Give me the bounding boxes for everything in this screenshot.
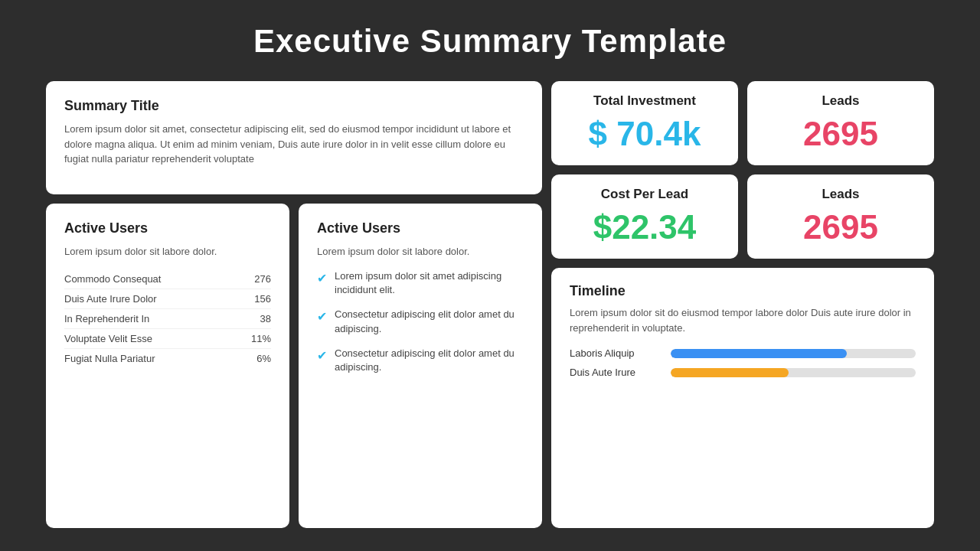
row-label: Commodo Consequat xyxy=(64,273,161,285)
active-users-1-table: Commodo Consequat276Duis Aute Irure Dolo… xyxy=(64,269,271,368)
timeline-desc: Lorem ipsum dolor sit do eiusmod tempor … xyxy=(570,305,916,335)
leads-2-title: Leads xyxy=(822,187,859,202)
checkmark-icon: ✔ xyxy=(317,308,327,325)
left-section: Summary Title Lorem ipsum dolor sit amet… xyxy=(46,81,542,528)
check-item: ✔Consectetur adipiscing elit dolor amet … xyxy=(317,308,524,335)
bottom-left-row: Active Users Lorem ipsum dolor sit labor… xyxy=(46,204,542,529)
table-row: Duis Aute Irure Dolor156 xyxy=(64,289,271,309)
check-item: ✔Consectetur adipiscing elit dolor amet … xyxy=(317,347,524,374)
active-users-2-list: ✔Lorem ipsum dolor sit amet adipiscing i… xyxy=(317,269,524,374)
timeline-bars: Laboris Aliquip Duis Aute Irure xyxy=(570,347,916,378)
row-value: 38 xyxy=(260,313,271,324)
page-title: Executive Summary Template xyxy=(253,23,727,60)
progress-label: Laboris Aliquip xyxy=(570,347,662,359)
total-investment-title: Total Investment xyxy=(593,93,696,109)
checkmark-icon: ✔ xyxy=(317,347,327,364)
progress-row: Duis Aute Irure xyxy=(570,367,916,378)
checkmark-icon: ✔ xyxy=(317,270,327,287)
summary-body: Lorem ipsum dolor sit amet, consectetur … xyxy=(64,122,524,167)
progress-bar-fill xyxy=(671,349,847,358)
row-label: Voluptate Velit Esse xyxy=(64,333,152,344)
active-users-2-title: Active Users xyxy=(317,220,524,236)
check-text: Consectetur adipiscing elit dolor amet d… xyxy=(335,308,524,335)
progress-bar-bg xyxy=(671,349,916,358)
timeline-title: Timeline xyxy=(570,283,916,299)
timeline-card: Timeline Lorem ipsum dolor sit do eiusmo… xyxy=(551,268,934,528)
row-value: 6% xyxy=(256,353,271,364)
row-label: Duis Aute Irure Dolor xyxy=(64,293,157,305)
leads-1-title: Leads xyxy=(822,93,859,109)
check-item: ✔Lorem ipsum dolor sit amet adipiscing i… xyxy=(317,269,524,297)
active-users-2-card: Active Users Lorem ipsum dolor sit labor… xyxy=(299,204,542,529)
row-value: 11% xyxy=(251,333,271,344)
progress-bar-bg xyxy=(671,368,916,377)
total-investment-card: Total Investment $ 70.4k xyxy=(551,81,738,165)
row-label: Fugiat Nulla Pariatur xyxy=(64,353,155,364)
active-users-2-subtitle: Lorem ipsum dolor sit labore dolor. xyxy=(317,244,524,259)
table-row: Commodo Consequat276 xyxy=(64,269,271,289)
cost-per-lead-title: Cost Per Lead xyxy=(601,187,688,202)
check-text: Lorem ipsum dolor sit amet adipiscing in… xyxy=(335,269,524,297)
active-users-1-subtitle: Lorem ipsum dolor sit labore dolor. xyxy=(64,244,271,259)
row-label: In Reprehenderit In xyxy=(64,313,149,324)
progress-label: Duis Aute Irure xyxy=(570,367,662,378)
row-value: 276 xyxy=(254,273,271,285)
cost-per-lead-value: $22.34 xyxy=(593,208,697,246)
progress-row: Laboris Aliquip xyxy=(570,347,916,359)
active-users-1-card: Active Users Lorem ipsum dolor sit labor… xyxy=(46,204,289,529)
right-section: Total Investment $ 70.4k Leads 2695 Cost… xyxy=(551,81,934,528)
table-row: Fugiat Nulla Pariatur6% xyxy=(64,349,271,368)
check-text: Consectetur adipiscing elit dolor amet d… xyxy=(335,347,524,374)
summary-card: Summary Title Lorem ipsum dolor sit amet… xyxy=(46,81,542,194)
right-top-row: Total Investment $ 70.4k Leads 2695 xyxy=(551,81,934,165)
leads-2-value: 2695 xyxy=(803,208,878,246)
cost-per-lead-card: Cost Per Lead $22.34 xyxy=(551,174,738,259)
summary-title: Summary Title xyxy=(64,98,524,114)
leads-2-card: Leads 2695 xyxy=(747,174,934,259)
row-value: 156 xyxy=(254,293,271,305)
leads-1-card: Leads 2695 xyxy=(747,81,934,165)
content-area: Summary Title Lorem ipsum dolor sit amet… xyxy=(46,81,934,528)
leads-1-value: 2695 xyxy=(803,115,878,153)
table-row: Voluptate Velit Esse11% xyxy=(64,329,271,349)
active-users-1-title: Active Users xyxy=(64,220,271,236)
right-mid-row: Cost Per Lead $22.34 Leads 2695 xyxy=(551,174,934,259)
progress-bar-fill xyxy=(671,368,789,377)
total-investment-value: $ 70.4k xyxy=(589,115,701,153)
table-row: In Reprehenderit In38 xyxy=(64,309,271,329)
